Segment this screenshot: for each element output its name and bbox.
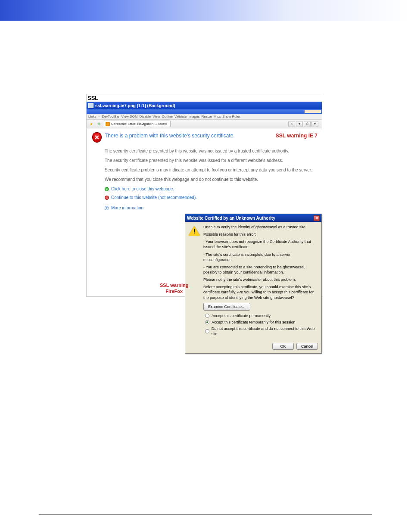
figure-heading: SSL (87, 94, 322, 102)
ie-paragraph: The security certificate presented by th… (105, 148, 318, 154)
shield-error-icon: ✕ (93, 133, 101, 142)
browser-titlebar-sliver (87, 109, 322, 114)
link-text: More information (111, 205, 143, 211)
dev-item[interactable]: Show Ruler (222, 115, 240, 118)
warning-triangle-icon: ! (189, 226, 200, 236)
image-editor-title: ssl-warning-ie7.png [1:1] (Background) (95, 103, 175, 108)
image-editor-titlebar: ssl-warning-ie7.png [1:1] (Background) (87, 102, 322, 109)
radio-icon (205, 320, 209, 324)
ssl-figure: SSL ssl-warning-ie7.png [1:1] (Backgroun… (86, 94, 322, 297)
warning-icon (105, 196, 109, 200)
continue-link[interactable]: Continue to this website (not recommende… (105, 195, 318, 201)
radio-do-not-accept[interactable]: Do not accept this certificate and do no… (205, 326, 318, 336)
dialog-title: Website Certified by an Unknown Authorit… (187, 216, 275, 221)
examine-certificate-button[interactable]: Examine Certificate… (203, 303, 250, 311)
annotation-firefox: SSL warning FireFox (160, 283, 188, 295)
address-bar[interactable]: Certificate Error: Navigation Blocked (104, 121, 171, 127)
radio-icon (205, 329, 209, 333)
close-webpage-link[interactable]: ✓ Click here to close this webpage. (105, 186, 318, 192)
dev-item[interactable]: View (153, 115, 160, 118)
dev-item[interactable]: Images (188, 115, 199, 118)
check-icon: ✓ (105, 187, 109, 191)
ie-error-heading: There is a problem with this website's s… (105, 133, 269, 139)
radio-label: Do not accept this certificate and do no… (212, 326, 318, 336)
annotation-ie7: SSL warning IE 7 (276, 133, 318, 139)
link-text: Click here to close this webpage. (111, 186, 174, 192)
ie-error-page: ✕ There is a problem with this website's… (87, 128, 322, 296)
dev-item[interactable]: View DOM (121, 115, 138, 118)
ok-button[interactable]: OK (272, 343, 294, 350)
footer-rule (39, 514, 372, 515)
chevron-down-icon: ▾ (105, 206, 109, 210)
radio-accept-session[interactable]: Accept this certificate temporarily for … (205, 320, 318, 325)
radio-label: Accept this certificate permanently (212, 313, 271, 318)
cert-error-icon (106, 122, 110, 126)
dev-item[interactable]: DevToolBar (102, 115, 119, 118)
print-button[interactable]: ⎙ (304, 121, 311, 127)
ff-reason: - You are connected to a site pretending… (203, 264, 318, 275)
feeds-button[interactable]: ▾ (296, 121, 303, 127)
radio-icon (205, 314, 209, 318)
favorites-icon[interactable]: ★ (88, 121, 94, 127)
image-editor-icon (88, 103, 93, 108)
ff-line: Before accepting this certificate, you s… (203, 284, 318, 300)
radio-label: Accept this certificate temporarily for … (212, 320, 296, 325)
dev-toolbar: Links » DevToolBar View DOM Disable View… (87, 114, 322, 120)
dev-item[interactable]: Misc (214, 115, 221, 118)
address-text: Certificate Error: Navigation Blocked (111, 122, 167, 126)
page-header-gradient (0, 0, 411, 21)
more-info-link[interactable]: ▾ More information (105, 205, 318, 211)
link-text: Continue to this website (not recommende… (111, 195, 197, 201)
add-tab-icon[interactable]: ✚ (96, 121, 102, 127)
dev-item[interactable]: Outline (162, 115, 172, 118)
dev-item[interactable]: Disable (140, 115, 151, 118)
dev-item[interactable]: Resize (201, 115, 212, 118)
ie-paragraph: We recommend that you close this webpage… (105, 177, 318, 183)
ie-paragraph: The security certificate presented by th… (105, 158, 318, 164)
ff-line: Please notify the site's webmaster about… (203, 277, 318, 282)
links-label: Links (88, 115, 97, 118)
radio-accept-permanent[interactable]: Accept this certificate permanently (205, 313, 318, 318)
dev-item[interactable]: Validate (174, 115, 187, 118)
ff-reason: - The site's certificate is incomplete d… (203, 252, 318, 262)
firefox-cert-dialog: Website Certified by an Unknown Authorit… (185, 214, 322, 354)
ie-toolbar: ★ ✚ Certificate Error: Navigation Blocke… (87, 120, 322, 128)
ff-line: Possible reasons for this error: (203, 232, 318, 237)
close-icon[interactable]: ✕ (314, 215, 320, 221)
ie-paragraph: Security certificate problems may indica… (105, 167, 318, 173)
ff-reason: - Your browser does not recognize the Ce… (203, 239, 318, 249)
tools-button[interactable]: ▾ (311, 121, 318, 127)
ff-line: Unable to verify the identity of ghostwe… (203, 224, 318, 230)
home-button[interactable]: ⌂ (288, 121, 295, 127)
dialog-titlebar: Website Certified by an Unknown Authorit… (185, 214, 321, 222)
cancel-button[interactable]: Cancel (296, 343, 318, 350)
